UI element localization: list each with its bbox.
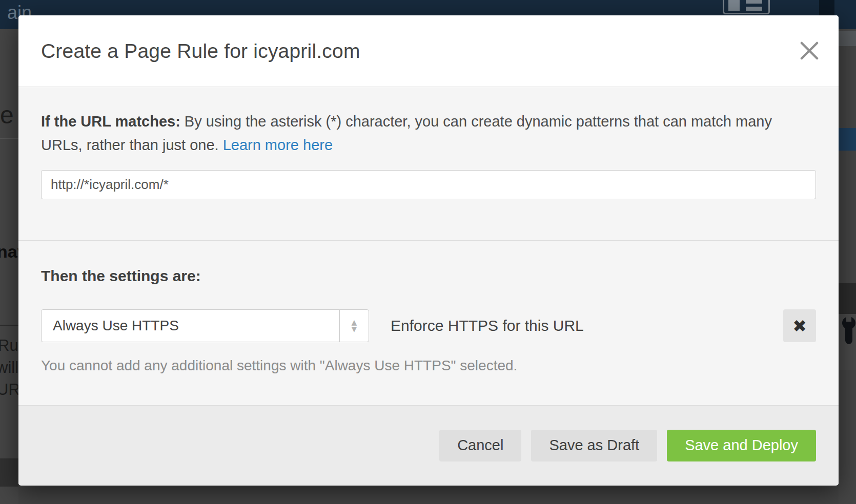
setting-description: Enforce HTTPS for this URL (391, 317, 584, 334)
settings-section: Then the settings are: Always Use HTTPS … (18, 241, 839, 374)
wrench-icon (842, 317, 856, 344)
background-text-fragment: UR (0, 381, 20, 399)
modal-footer: Cancel Save as Draft Save and Deploy (18, 405, 839, 485)
create-page-rule-modal: Create a Page Rule for icyapril.com If t… (18, 15, 839, 486)
save-and-deploy-button[interactable]: Save and Deploy (667, 430, 816, 461)
background-text-fragment: e (0, 101, 14, 129)
layout-toggle-icon (723, 0, 770, 14)
modal-header: Create a Page Rule for icyapril.com (18, 15, 839, 87)
url-match-description: If the URL matches: By using the asteris… (41, 110, 800, 157)
navbar-right-icon (819, 0, 834, 17)
background-page-left-edge: e nav Ru will UR (0, 29, 18, 504)
remove-icon: ✖ (792, 316, 807, 336)
learn-more-link[interactable]: Learn more here (223, 137, 333, 153)
modal-title: Create a Page Rule for icyapril.com (41, 40, 360, 62)
close-icon[interactable] (797, 38, 822, 64)
remove-setting-button[interactable]: ✖ (783, 309, 816, 342)
url-match-section: If the URL matches: By using the asteris… (18, 87, 839, 241)
url-match-lead: If the URL matches: (41, 113, 180, 130)
url-pattern-input[interactable] (41, 170, 816, 199)
setting-select-value: Always Use HTTPS (42, 310, 339, 342)
background-blue-button-fragment (839, 128, 856, 151)
background-page-right-edge (839, 29, 856, 504)
select-spinner-icon[interactable]: ▲ ▼ (339, 310, 369, 342)
screen: ain. e nav Ru will UR Create a Page Rule… (0, 0, 856, 504)
setting-select[interactable]: Always Use HTTPS ▲ ▼ (41, 309, 369, 342)
background-text-fragment: Ru (0, 337, 18, 355)
save-as-draft-button[interactable]: Save as Draft (531, 430, 657, 461)
background-text-fragment: will (0, 359, 18, 377)
settings-note: You cannot add any additional settings w… (41, 358, 816, 374)
settings-heading: Then the settings are: (41, 267, 816, 285)
cancel-button[interactable]: Cancel (439, 430, 521, 461)
modal-body: If the URL matches: By using the asteris… (18, 87, 839, 405)
setting-row: Always Use HTTPS ▲ ▼ Enforce HTTPS for t… (41, 309, 816, 342)
chevron-down-icon: ▼ (352, 326, 357, 332)
